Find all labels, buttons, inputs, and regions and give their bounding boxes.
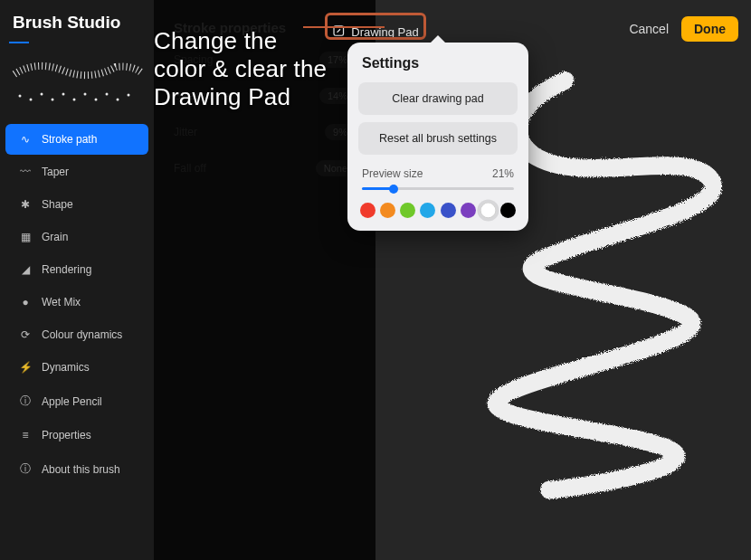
- sidebar-item-label: Grain: [42, 231, 68, 243]
- preview-size-slider[interactable]: [362, 187, 514, 190]
- sidebar-item-label: Properties: [42, 429, 91, 441]
- sidebar-item-rendering[interactable]: ◢Rendering: [5, 254, 148, 285]
- preview-size-value: 21%: [492, 167, 514, 180]
- color-swatch-black[interactable]: [500, 203, 516, 218]
- svg-point-0: [19, 94, 22, 97]
- stroke-path-icon: ∿: [18, 133, 33, 146]
- color-swatch-white[interactable]: [480, 203, 496, 219]
- done-button[interactable]: Done: [681, 16, 738, 42]
- svg-point-10: [128, 93, 130, 96]
- svg-point-8: [106, 92, 109, 95]
- dynamics-icon: ⚡: [18, 361, 33, 374]
- color-swatch-row: [358, 203, 518, 218]
- color-swatch-blue[interactable]: [441, 203, 456, 218]
- property-label: Jitter: [174, 126, 197, 138]
- svg-point-9: [117, 98, 119, 100]
- property-label: Fall off: [174, 162, 206, 175]
- brush-preview-thumbnail[interactable]: [7, 47, 147, 115]
- grain-icon: ▦: [18, 231, 33, 243]
- property-row-fall-off[interactable]: Fall offNone: [174, 160, 356, 176]
- popover-title: Settings: [358, 55, 518, 71]
- sidebar-item-shape[interactable]: ✱Shape: [5, 189, 148, 220]
- tutorial-annotation-text: Change the color & clear the Drawing Pad: [154, 27, 335, 112]
- sidebar-item-label: Wet Mix: [42, 296, 81, 308]
- sidebar-item-properties[interactable]: ≡Properties: [5, 420, 148, 451]
- sidebar-item-stroke-path[interactable]: ∿Stroke path: [5, 124, 148, 155]
- color-swatch-red[interactable]: [360, 203, 376, 218]
- sidebar-item-label: About this brush: [42, 463, 120, 476]
- svg-point-2: [41, 92, 43, 95]
- color-swatch-green[interactable]: [400, 203, 415, 218]
- svg-point-7: [95, 98, 98, 100]
- color-swatch-cyan[interactable]: [420, 203, 435, 218]
- slider-knob[interactable]: [389, 185, 398, 194]
- cancel-button[interactable]: Cancel: [629, 22, 669, 36]
- preview-size-label: Preview size: [362, 167, 423, 180]
- property-row-jitter[interactable]: Jitter9%: [174, 124, 356, 140]
- svg-point-5: [73, 98, 76, 100]
- sidebar-item-taper[interactable]: 〰Taper: [5, 157, 148, 187]
- drawing-pad-settings-popover: Settings Clear drawing pad Reset all bru…: [347, 43, 528, 231]
- sidebar-item-label: Stroke path: [42, 133, 97, 146]
- sidebar-item-about-this-brush[interactable]: ⓘAbout this brush: [5, 452, 148, 486]
- clear-drawing-pad-button[interactable]: Clear drawing pad: [358, 82, 518, 115]
- wet-mix-icon: ●: [18, 296, 33, 308]
- properties-icon: ≡: [18, 429, 33, 441]
- sidebar-item-label: Rendering: [42, 263, 91, 276]
- sidebar-item-label: Apple Pencil: [42, 395, 102, 408]
- about-this-brush-icon: ⓘ: [18, 461, 33, 477]
- reset-brush-settings-button[interactable]: Reset all brush settings: [358, 122, 518, 155]
- sidebar-item-label: Dynamics: [42, 361, 90, 374]
- shape-icon: ✱: [18, 198, 33, 211]
- sidebar: Brush Studio ∿Stroke path〰Taper✱Shape▦Gr…: [0, 0, 154, 560]
- svg-point-6: [84, 92, 87, 95]
- sidebar-item-dynamics[interactable]: ⚡Dynamics: [5, 352, 148, 383]
- taper-icon: 〰: [18, 166, 33, 178]
- sidebar-item-colour-dynamics[interactable]: ⟳Colour dynamics: [5, 319, 148, 350]
- sidebar-item-label: Shape: [42, 198, 73, 211]
- sidebar-item-apple-pencil[interactable]: ⓘApple Pencil: [5, 384, 148, 418]
- svg-point-4: [62, 92, 65, 95]
- color-swatch-purple[interactable]: [461, 203, 476, 218]
- sidebar-item-grain[interactable]: ▦Grain: [5, 222, 148, 252]
- sidebar-item-label: Taper: [42, 166, 69, 178]
- colour-dynamics-icon: ⟳: [18, 328, 33, 341]
- sidebar-item-label: Colour dynamics: [42, 328, 122, 341]
- top-bar: Cancel Done: [629, 16, 738, 42]
- app-title: Brush Studio: [0, 9, 154, 42]
- svg-point-3: [52, 98, 54, 100]
- sidebar-accent: [9, 42, 29, 43]
- apple-pencil-icon: ⓘ: [18, 394, 33, 409]
- sidebar-item-wet-mix[interactable]: ●Wet Mix: [5, 287, 148, 318]
- svg-point-1: [30, 98, 33, 100]
- color-swatch-orange[interactable]: [380, 203, 395, 218]
- rendering-icon: ◢: [18, 263, 33, 276]
